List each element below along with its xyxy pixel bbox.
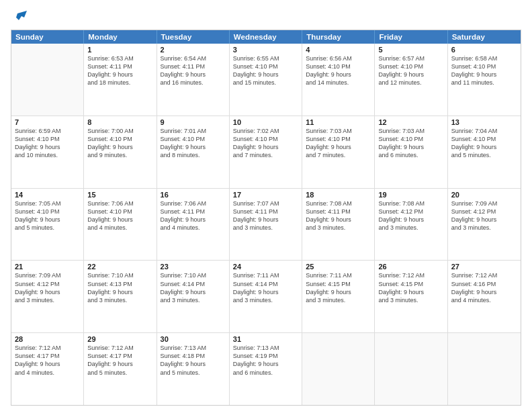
day-info: Sunrise: 7:13 AM Sunset: 4:18 PM Dayligh… (161, 344, 226, 377)
empty-cell (302, 333, 375, 405)
day-info: Sunrise: 7:12 AM Sunset: 4:17 PM Dayligh… (15, 344, 80, 377)
day-info: Sunrise: 7:01 AM Sunset: 4:10 PM Dayligh… (161, 127, 226, 160)
day-cell-22: 22Sunrise: 7:10 AM Sunset: 4:13 PM Dayli… (84, 261, 157, 332)
day-cell-16: 16Sunrise: 7:06 AM Sunset: 4:11 PM Dayli… (157, 189, 230, 261)
day-info: Sunrise: 7:12 AM Sunset: 4:16 PM Dayligh… (451, 271, 517, 304)
calendar: SundayMondayTuesdayWednesdayThursdayFrid… (11, 30, 521, 406)
day-number: 3 (233, 46, 298, 54)
day-number: 23 (161, 263, 226, 271)
day-cell-6: 6Sunrise: 6:58 AM Sunset: 4:10 PM Daylig… (448, 44, 521, 116)
day-cell-30: 30Sunrise: 7:13 AM Sunset: 4:18 PM Dayli… (157, 333, 230, 405)
day-number: 11 (306, 118, 371, 126)
day-cell-5: 5Sunrise: 6:57 AM Sunset: 4:10 PM Daylig… (375, 44, 447, 116)
calendar-row-1: 7Sunrise: 6:59 AM Sunset: 4:10 PM Daylig… (11, 116, 521, 189)
day-cell-13: 13Sunrise: 7:04 AM Sunset: 4:10 PM Dayli… (448, 116, 521, 188)
day-info: Sunrise: 7:02 AM Sunset: 4:10 PM Dayligh… (233, 127, 298, 160)
day-info: Sunrise: 6:57 AM Sunset: 4:10 PM Dayligh… (378, 54, 443, 87)
day-number: 26 (378, 263, 443, 271)
day-info: Sunrise: 7:09 AM Sunset: 4:12 PM Dayligh… (15, 271, 80, 304)
day-number: 5 (378, 46, 443, 54)
header-day-monday: Monday (84, 30, 157, 44)
day-cell-20: 20Sunrise: 7:09 AM Sunset: 4:12 PM Dayli… (448, 189, 521, 261)
empty-cell (448, 333, 521, 405)
day-cell-18: 18Sunrise: 7:08 AM Sunset: 4:11 PM Dayli… (302, 189, 375, 261)
day-cell-29: 29Sunrise: 7:12 AM Sunset: 4:17 PM Dayli… (84, 333, 157, 405)
day-info: Sunrise: 7:08 AM Sunset: 4:11 PM Dayligh… (306, 199, 371, 232)
day-number: 6 (451, 46, 517, 54)
day-number: 14 (15, 191, 80, 199)
day-info: Sunrise: 7:03 AM Sunset: 4:10 PM Dayligh… (378, 127, 443, 160)
day-number: 28 (15, 335, 80, 343)
empty-cell (375, 333, 447, 405)
day-cell-28: 28Sunrise: 7:12 AM Sunset: 4:17 PM Dayli… (11, 333, 84, 405)
day-number: 20 (451, 191, 517, 199)
day-info: Sunrise: 7:08 AM Sunset: 4:12 PM Dayligh… (378, 199, 443, 232)
logo (11, 11, 27, 26)
day-info: Sunrise: 7:03 AM Sunset: 4:10 PM Dayligh… (306, 127, 371, 160)
day-info: Sunrise: 6:53 AM Sunset: 4:11 PM Dayligh… (87, 54, 152, 87)
header-day-tuesday: Tuesday (157, 30, 230, 44)
day-number: 25 (306, 263, 371, 271)
header-day-thursday: Thursday (302, 30, 375, 44)
day-info: Sunrise: 6:59 AM Sunset: 4:10 PM Dayligh… (15, 127, 80, 160)
day-info: Sunrise: 7:00 AM Sunset: 4:10 PM Dayligh… (87, 127, 152, 160)
empty-cell (11, 44, 84, 116)
day-number: 31 (233, 335, 298, 343)
header-day-wednesday: Wednesday (230, 30, 302, 44)
svg-marker-0 (16, 11, 27, 20)
day-info: Sunrise: 6:54 AM Sunset: 4:11 PM Dayligh… (161, 54, 226, 87)
day-info: Sunrise: 7:06 AM Sunset: 4:11 PM Dayligh… (161, 199, 226, 232)
day-info: Sunrise: 7:10 AM Sunset: 4:14 PM Dayligh… (161, 271, 226, 304)
calendar-body: 1Sunrise: 6:53 AM Sunset: 4:11 PM Daylig… (11, 44, 521, 405)
day-cell-8: 8Sunrise: 7:00 AM Sunset: 4:10 PM Daylig… (84, 116, 157, 188)
day-number: 13 (451, 118, 517, 126)
header-day-friday: Friday (375, 30, 447, 44)
day-cell-17: 17Sunrise: 7:07 AM Sunset: 4:11 PM Dayli… (230, 189, 302, 261)
day-cell-24: 24Sunrise: 7:11 AM Sunset: 4:14 PM Dayli… (230, 261, 302, 332)
day-number: 22 (87, 263, 152, 271)
day-cell-19: 19Sunrise: 7:08 AM Sunset: 4:12 PM Dayli… (375, 189, 447, 261)
day-cell-1: 1Sunrise: 6:53 AM Sunset: 4:11 PM Daylig… (84, 44, 157, 116)
day-info: Sunrise: 7:04 AM Sunset: 4:10 PM Dayligh… (451, 127, 517, 160)
day-number: 30 (161, 335, 226, 343)
day-cell-10: 10Sunrise: 7:02 AM Sunset: 4:10 PM Dayli… (230, 116, 302, 188)
day-number: 2 (161, 46, 226, 54)
day-info: Sunrise: 6:58 AM Sunset: 4:10 PM Dayligh… (451, 54, 517, 87)
day-info: Sunrise: 7:12 AM Sunset: 4:17 PM Dayligh… (87, 344, 152, 377)
day-cell-11: 11Sunrise: 7:03 AM Sunset: 4:10 PM Dayli… (302, 116, 375, 188)
day-cell-27: 27Sunrise: 7:12 AM Sunset: 4:16 PM Dayli… (448, 261, 521, 332)
day-info: Sunrise: 7:11 AM Sunset: 4:14 PM Dayligh… (233, 271, 298, 304)
day-cell-9: 9Sunrise: 7:01 AM Sunset: 4:10 PM Daylig… (157, 116, 230, 188)
day-info: Sunrise: 7:13 AM Sunset: 4:19 PM Dayligh… (233, 344, 298, 377)
day-cell-14: 14Sunrise: 7:05 AM Sunset: 4:10 PM Dayli… (11, 189, 84, 261)
day-number: 17 (233, 191, 298, 199)
day-cell-12: 12Sunrise: 7:03 AM Sunset: 4:10 PM Dayli… (375, 116, 447, 188)
calendar-row-0: 1Sunrise: 6:53 AM Sunset: 4:11 PM Daylig… (11, 44, 521, 116)
day-number: 1 (87, 46, 152, 54)
day-info: Sunrise: 7:07 AM Sunset: 4:11 PM Dayligh… (233, 199, 298, 232)
day-number: 27 (451, 263, 517, 271)
header-day-sunday: Sunday (11, 30, 84, 44)
day-cell-31: 31Sunrise: 7:13 AM Sunset: 4:19 PM Dayli… (230, 333, 302, 405)
day-cell-26: 26Sunrise: 7:12 AM Sunset: 4:15 PM Dayli… (375, 261, 447, 332)
day-number: 15 (87, 191, 152, 199)
day-number: 18 (306, 191, 371, 199)
day-number: 8 (87, 118, 152, 126)
day-number: 19 (378, 191, 443, 199)
day-cell-7: 7Sunrise: 6:59 AM Sunset: 4:10 PM Daylig… (11, 116, 84, 188)
day-info: Sunrise: 7:06 AM Sunset: 4:10 PM Dayligh… (87, 199, 152, 232)
day-cell-15: 15Sunrise: 7:06 AM Sunset: 4:10 PM Dayli… (84, 189, 157, 261)
day-cell-23: 23Sunrise: 7:10 AM Sunset: 4:14 PM Dayli… (157, 261, 230, 332)
day-number: 24 (233, 263, 298, 271)
day-info: Sunrise: 7:05 AM Sunset: 4:10 PM Dayligh… (15, 199, 80, 232)
day-number: 7 (15, 118, 80, 126)
day-number: 10 (233, 118, 298, 126)
day-info: Sunrise: 7:10 AM Sunset: 4:13 PM Dayligh… (87, 271, 152, 304)
day-number: 4 (306, 46, 371, 54)
day-cell-21: 21Sunrise: 7:09 AM Sunset: 4:12 PM Dayli… (11, 261, 84, 332)
day-info: Sunrise: 6:55 AM Sunset: 4:10 PM Dayligh… (233, 54, 298, 87)
day-cell-25: 25Sunrise: 7:11 AM Sunset: 4:15 PM Dayli… (302, 261, 375, 332)
day-info: Sunrise: 7:12 AM Sunset: 4:15 PM Dayligh… (378, 271, 443, 304)
day-info: Sunrise: 7:11 AM Sunset: 4:15 PM Dayligh… (306, 271, 371, 304)
calendar-header: SundayMondayTuesdayWednesdayThursdayFrid… (11, 30, 521, 44)
